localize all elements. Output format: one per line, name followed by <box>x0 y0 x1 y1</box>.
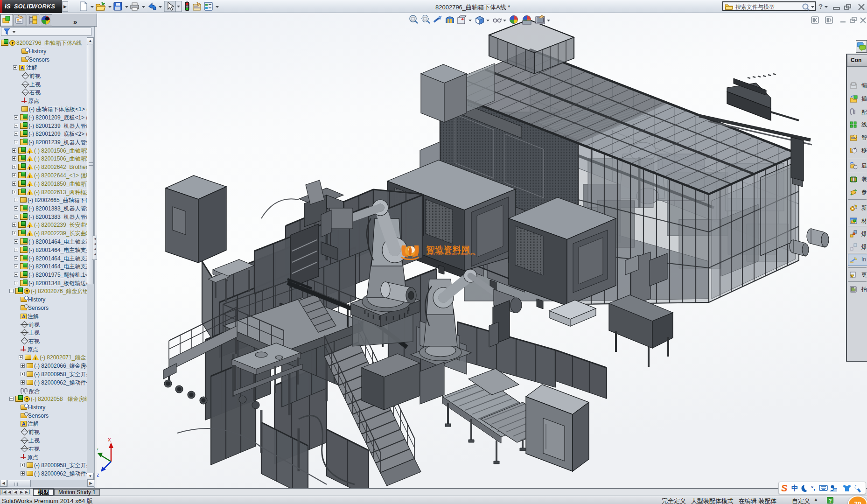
svg-text:中: 中 <box>791 484 798 492</box>
svg-text:°,: °, <box>811 484 815 491</box>
svg-text:25: 25 <box>833 488 837 491</box>
svg-text:X: X <box>108 437 111 443</box>
svg-text:SOLID: SOLID <box>14 3 33 10</box>
svg-text:?: ? <box>818 2 823 10</box>
svg-text:!: ! <box>851 274 853 278</box>
svg-text:ƗS: ƗS <box>5 3 11 10</box>
svg-text:Y: Y <box>97 448 98 453</box>
svg-text:S: S <box>781 483 788 493</box>
svg-text:WORKS: WORKS <box>32 3 56 10</box>
svg-text:Z: Z <box>97 473 99 478</box>
